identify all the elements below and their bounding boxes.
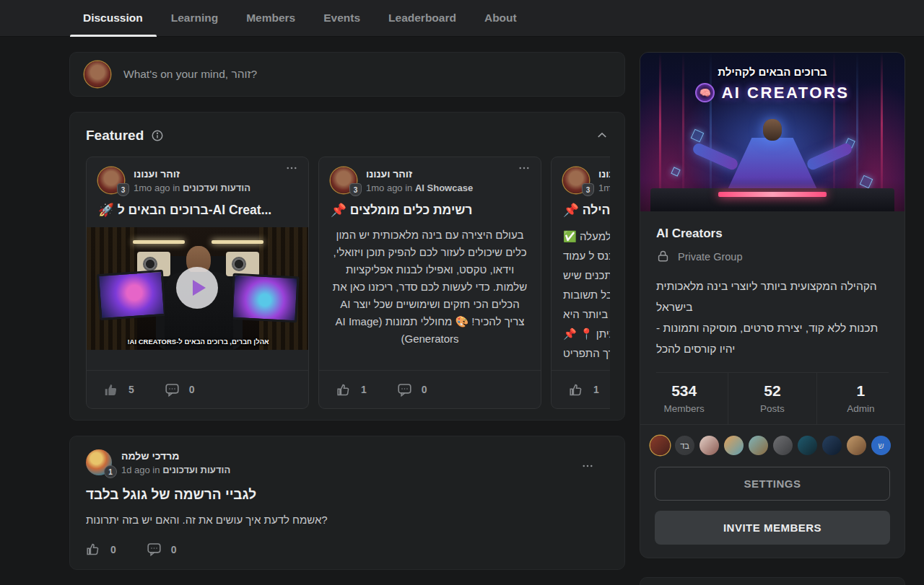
member-avatar[interactable] xyxy=(724,436,744,455)
featured-post-card[interactable]: 3 זוהר וענונו 1mo ago in הודעות ועדכונים… xyxy=(551,157,610,409)
member-avatar[interactable]: ש xyxy=(871,436,891,455)
feed-post-card[interactable]: 1 מרדכי שלמה 1d ago in הודעות ועדכונים ל… xyxy=(69,436,625,570)
lock-icon xyxy=(656,250,670,263)
level-badge: 3 xyxy=(349,183,362,196)
group-privacy: Private Group xyxy=(678,251,742,263)
author-avatar[interactable]: 3 xyxy=(563,167,589,193)
featured-title: Featured xyxy=(86,128,144,144)
post-composer[interactable]: What's on your mind, זוהר? xyxy=(69,52,625,97)
post-meta: 1mo ago in AI Showcase xyxy=(366,182,473,193)
featured-header: Featured xyxy=(86,124,609,147)
post-actions: 1 xyxy=(552,370,610,408)
tab-leaderboard[interactable]: Leaderboard xyxy=(388,0,456,37)
thumbs-up-icon xyxy=(86,542,101,557)
stat-admin[interactable]: 1 Admin xyxy=(816,373,905,424)
post-body: אשמח לדעת איך עושים את זה. והאם יש בזה י… xyxy=(86,514,609,526)
speaker-right xyxy=(226,252,259,276)
brain-icon: 🧠 xyxy=(695,83,715,102)
tab-learning[interactable]: Learning xyxy=(171,0,218,37)
member-avatar[interactable] xyxy=(822,436,842,455)
banner-group-name: AI CREATORS xyxy=(721,84,849,102)
featured-carousel: 3 זוהר וענונו 1mo ago in הודעות ועדכונים xyxy=(86,157,610,409)
member-avatar[interactable] xyxy=(773,436,793,455)
like-button[interactable]: 0 xyxy=(86,542,116,557)
level-badge: 1 xyxy=(104,465,117,478)
post-title[interactable]: 🚀 ברוכים הבאים ל-AI Creat... xyxy=(98,203,297,218)
community-page: Discussion Learning Members Events Leade… xyxy=(0,0,924,585)
current-user-avatar[interactable] xyxy=(84,61,110,87)
author-avatar[interactable]: 3 xyxy=(331,167,357,193)
tab-about[interactable]: About xyxy=(484,0,517,37)
member-avatar[interactable] xyxy=(749,436,768,455)
post-actions: 5 0 xyxy=(87,370,308,408)
tab-members[interactable]: Members xyxy=(246,0,295,37)
comment-button[interactable]: 0 xyxy=(397,382,427,397)
like-button[interactable]: 5 xyxy=(104,382,134,397)
monitor-left xyxy=(97,270,166,320)
member-avatar[interactable] xyxy=(847,436,866,455)
group-banner-image: ברוכים הבאים לקהילת 🧠 AI CREATORS xyxy=(640,53,905,211)
post-meta: 1mo ago in הודעות ועדכונים xyxy=(134,182,250,193)
stat-members[interactable]: 534 Members xyxy=(640,373,728,424)
post-actions: 1 0 xyxy=(319,370,541,408)
member-avatar[interactable] xyxy=(699,436,719,455)
member-avatar[interactable]: בד xyxy=(675,436,694,455)
leaderboard-card[interactable]: Leaderboard (30-days) xyxy=(640,577,905,585)
post-category: הודעות ועדכונים xyxy=(183,182,250,193)
settings-button[interactable]: SETTINGS xyxy=(655,467,890,501)
play-button[interactable] xyxy=(176,267,218,309)
author-avatar[interactable]: 1 xyxy=(86,449,112,475)
composer-placeholder: What's on your mind, זוהר? xyxy=(123,68,257,81)
monitor-right xyxy=(230,273,299,323)
video-caption: אהלן חברים, ברוכים הבאים ל-AI CREATORS! xyxy=(87,338,309,346)
author-avatar[interactable]: 3 xyxy=(98,167,124,193)
tab-discussion[interactable]: Discussion xyxy=(83,0,143,37)
thumbs-up-icon xyxy=(569,382,584,397)
post-menu-icon[interactable] xyxy=(581,459,594,475)
thumbs-up-icon xyxy=(336,382,352,397)
like-button[interactable]: 1 xyxy=(336,382,367,397)
stat-posts[interactable]: 52 Posts xyxy=(728,373,816,424)
member-avatar[interactable] xyxy=(798,436,817,455)
post-category: AI Showcase xyxy=(415,182,473,193)
tab-events[interactable]: Events xyxy=(323,0,360,37)
chevron-up-icon[interactable] xyxy=(596,129,609,142)
level-badge: 3 xyxy=(582,183,594,196)
group-card: ברוכים הבאים לקהילת 🧠 AI CREATORS AI Cre… xyxy=(640,52,905,558)
info-icon[interactable] xyxy=(151,129,164,142)
featured-post-card[interactable]: 3 זוהר וענונו 1mo ago in הודעות ועדכונים xyxy=(86,157,309,409)
group-name: AI Creators xyxy=(656,226,889,241)
post-meta: 1d ago in הודעות ועדכונים xyxy=(121,465,230,475)
post-meta: 1mo ago in הודעות ועדכונים xyxy=(598,182,610,193)
member-avatar-row: בדש xyxy=(640,425,905,457)
post-body: בעולם היצירה עם בינה מלאכותית יש המון כל… xyxy=(331,226,529,348)
post-title[interactable]: 📌 קהילה xyxy=(563,203,610,218)
post-menu-icon[interactable] xyxy=(285,162,298,177)
group-stats: 534 Members 52 Posts 1 Admin xyxy=(640,373,905,425)
group-description: הקהילה המקצועית ביותר ליוצרי בינה מלאכות… xyxy=(656,276,889,373)
post-actions: 0 0 xyxy=(86,542,609,557)
author-name[interactable]: זוהר וענונו xyxy=(598,168,610,180)
author-name[interactable]: זוהר וענונו xyxy=(366,168,473,180)
banner-welcome-text: ברוכים הבאים לקהילת xyxy=(640,66,905,78)
post-body: ✅ למעלה ? יכנס ל עמוד התכנים שיש קבל תשו… xyxy=(563,226,610,363)
post-title[interactable]: 📌 רשימת כלים מומלצים xyxy=(331,203,529,218)
post-category: הודעות ועדכונים xyxy=(162,465,230,475)
comment-icon xyxy=(165,382,180,397)
author-name[interactable]: מרדכי שלמה xyxy=(121,450,230,462)
featured-post-card[interactable]: 3 זוהר וענונו 1mo ago in AI Showcase 📌 xyxy=(318,157,541,409)
author-name[interactable]: זוהר וענונו xyxy=(134,168,250,180)
invite-members-button[interactable]: INVITE MEMBERS xyxy=(655,511,890,545)
feed-column: What's on your mind, זוהר? Featured xyxy=(69,52,625,570)
thumbs-up-icon xyxy=(104,382,119,397)
post-title[interactable]: לגביי הרשמה של גוגל בלבד xyxy=(86,487,609,503)
member-avatar[interactable] xyxy=(650,436,670,455)
like-button[interactable]: 1 xyxy=(569,382,599,397)
top-navigation: Discussion Learning Members Events Leade… xyxy=(0,0,924,37)
post-menu-icon[interactable] xyxy=(518,162,531,177)
comment-icon xyxy=(397,382,412,397)
comment-icon xyxy=(147,542,162,557)
comment-button[interactable]: 0 xyxy=(147,542,177,557)
comment-button[interactable]: 0 xyxy=(165,382,195,397)
video-thumbnail[interactable]: אהלן חברים, ברוכים הבאים ל-AI CREATORS! xyxy=(87,227,309,350)
